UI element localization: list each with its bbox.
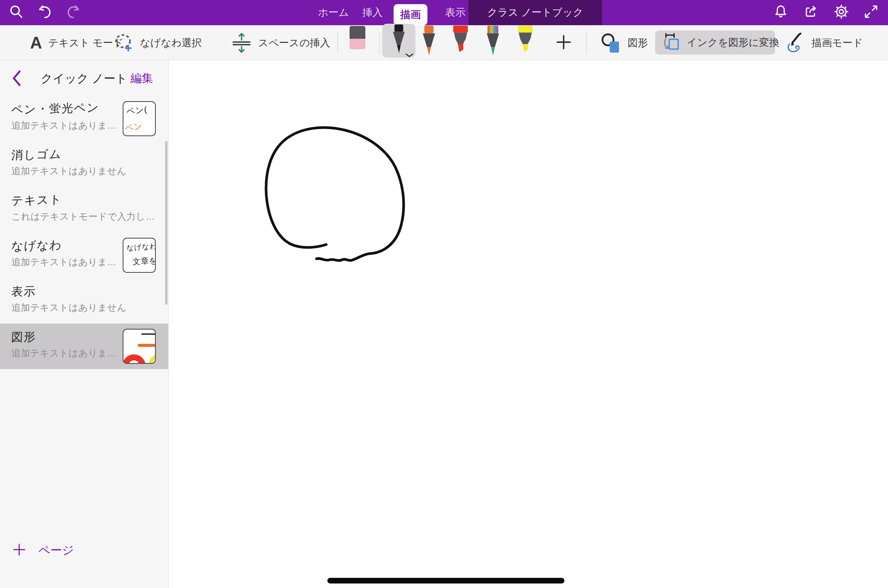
add-pen-button[interactable] (552, 25, 575, 60)
thumb-ink-text: なげなわ (126, 241, 156, 253)
tab-draw-selected[interactable]: 描画 (394, 4, 427, 25)
page-item-view[interactable]: 表示 追加テキストはありません (0, 278, 168, 324)
text-mode-button[interactable]: A テキスト モード (30, 25, 123, 60)
eraser-cap (350, 26, 365, 39)
pen-icon (389, 24, 409, 56)
chevron-down-icon (405, 52, 414, 57)
shapes-button[interactable]: 図形 (601, 25, 648, 60)
text-mode-icon: A (30, 35, 42, 51)
sidebar-scrollbar[interactable] (165, 141, 167, 305)
page-item-eraser[interactable]: 消しゴム 追加テキストはありません (0, 141, 168, 187)
shapes-icon (601, 32, 622, 53)
add-page-button[interactable]: ページ (0, 539, 74, 562)
page-subtitle: 追加テキストはありません (11, 301, 126, 314)
lasso-label: なげなわ選択 (140, 36, 202, 50)
fullscreen-button[interactable] (862, 4, 880, 21)
top-bar: ホーム 挿入 描画 表示 クラス ノートブック (0, 0, 888, 25)
undo-icon (37, 4, 53, 21)
expand-icon (863, 4, 879, 21)
eraser-body (350, 39, 365, 49)
highlighter-yellow[interactable] (515, 26, 536, 59)
pen-rainbow[interactable] (482, 26, 503, 59)
onenote-app: ホーム 挿入 描画 表示 クラス ノートブック (0, 0, 888, 588)
redo-icon (65, 4, 81, 21)
pen-orange[interactable] (418, 26, 439, 59)
page-title: テキスト (11, 191, 62, 209)
draw-mode-icon (785, 32, 806, 53)
search-icon (8, 4, 24, 21)
page-thumbnail: なげなわ 文章を (123, 238, 156, 273)
page-item-shapes-selected[interactable]: 図形 追加テキストはありま… (0, 324, 168, 369)
page-list-sidebar: クイック ノート 編集 ペン・蛍光ペン 追加テキストはありま… ペン( ペン 消… (0, 60, 169, 588)
draw-toolbar: A テキスト モード なげなわ選択 スペースの挿入 (0, 25, 888, 60)
page-item-pen-highlighter[interactable]: ペン・蛍光ペン 追加テキストはありま… ペン( ペン (0, 96, 168, 141)
plus-icon (12, 542, 26, 558)
edit-button[interactable]: 編集 (131, 71, 153, 86)
ink-stroke-circle (266, 128, 404, 260)
share-icon (803, 4, 819, 21)
settings-button[interactable] (833, 4, 850, 21)
plus-icon (555, 33, 572, 52)
page-thumbnail: ペン( ペン (123, 101, 156, 136)
toolbar-separator (379, 32, 380, 53)
lasso-icon (113, 32, 134, 53)
page-item-text[interactable]: テキスト これはテキストモードで入力し… (0, 187, 168, 232)
page-item-lasso[interactable]: なげなわ 追加テキストはありま… なげなわ 文章を (0, 232, 168, 278)
redo-button[interactable] (65, 4, 82, 21)
ink-layer (169, 61, 888, 588)
page-title: ペン・蛍光ペン (11, 100, 100, 118)
undo-button[interactable] (36, 4, 53, 21)
eraser-tool[interactable] (350, 26, 365, 49)
home-indicator[interactable] (327, 578, 564, 583)
tab-view[interactable]: 表示 (445, 0, 465, 25)
bell-icon (773, 4, 789, 21)
shapes-label: 図形 (628, 36, 648, 50)
insert-space-icon (231, 32, 252, 53)
page-title: なげなわ (11, 237, 62, 254)
gear-icon (833, 4, 849, 21)
page-title: 表示 (11, 283, 36, 300)
tab-class-notebook[interactable]: クラス ノートブック (468, 0, 602, 25)
page-subtitle: 追加テキストはありま… (11, 119, 117, 132)
page-subtitle: 追加テキストはありま… (11, 256, 117, 268)
page-thumbnail (123, 329, 156, 364)
notifications-button[interactable] (772, 4, 789, 21)
lasso-select-button[interactable]: なげなわ選択 (113, 25, 202, 60)
highlighter-red[interactable] (450, 26, 471, 59)
page-subtitle: 追加テキストはありま… (11, 347, 117, 359)
convert-ink-button[interactable]: インクを図形に変換 (655, 30, 775, 55)
thumb-ink-text: ペン (124, 120, 143, 134)
search-button[interactable] (8, 4, 25, 21)
tab-insert[interactable]: 挿入 (362, 0, 383, 25)
toolbar-separator (586, 32, 587, 53)
pen-black-selected[interactable] (382, 24, 415, 58)
page-subtitle: 追加テキストはありません (11, 165, 126, 177)
toolbar-separator (338, 32, 338, 53)
thumb-ink-text: 文章を (132, 255, 156, 267)
draw-mode-button[interactable]: 描画モード (785, 25, 863, 60)
convert-ink-label: インクを図形に変換 (687, 36, 779, 49)
note-canvas[interactable] (169, 61, 888, 588)
add-page-label: ページ (38, 542, 74, 558)
thumb-ink-text: ペン( (126, 104, 148, 117)
share-button[interactable] (802, 4, 820, 21)
page-title: 消しゴム (11, 146, 62, 163)
draw-mode-label: 描画モード (812, 36, 863, 50)
tab-home[interactable]: ホーム (318, 0, 349, 25)
page-title: 図形 (11, 329, 36, 345)
convert-ink-icon (662, 32, 681, 54)
sidebar-header: クイック ノート 編集 (0, 60, 168, 96)
insert-space-button[interactable]: スペースの挿入 (231, 25, 330, 60)
text-mode-label: テキスト モード (48, 36, 123, 50)
insert-space-label: スペースの挿入 (258, 36, 330, 50)
page-subtitle: これはテキストモードで入力し… (11, 210, 155, 223)
